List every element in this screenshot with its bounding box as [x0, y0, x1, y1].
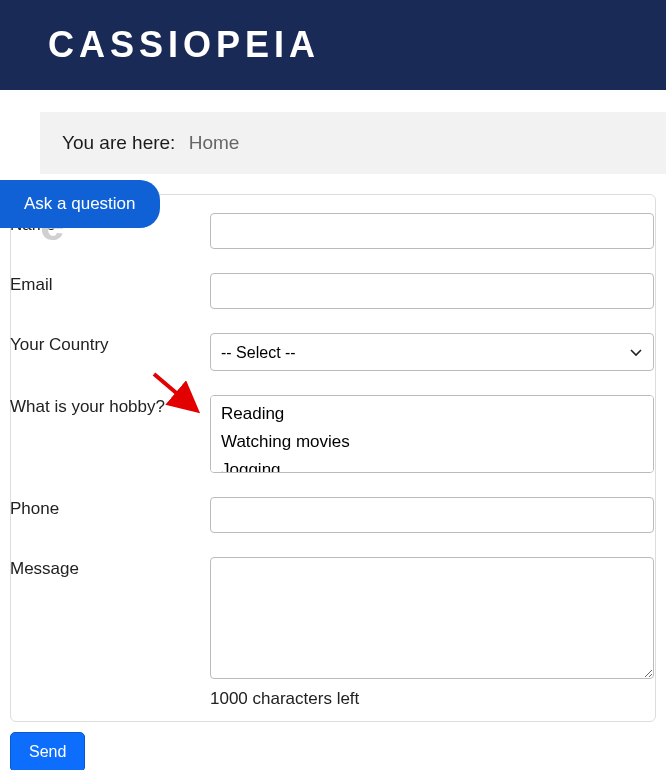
name-input[interactable]	[210, 213, 654, 249]
phone-label: Phone	[10, 497, 210, 519]
email-label: Email	[10, 273, 210, 295]
ask-question-button[interactable]: Ask a question	[0, 180, 160, 228]
email-input[interactable]	[210, 273, 654, 309]
send-button[interactable]: Send	[10, 732, 85, 770]
hobby-option[interactable]: Reading	[221, 400, 643, 428]
breadcrumb: You are here: Home	[40, 112, 666, 174]
breadcrumb-label: You are here:	[62, 132, 175, 153]
message-char-counter: 1000 characters left	[210, 689, 654, 709]
country-select[interactable]: -- Select --	[210, 333, 654, 371]
message-label: Message	[10, 557, 210, 579]
hobby-label: What is your hobby?	[10, 395, 210, 417]
phone-input[interactable]	[210, 497, 654, 533]
header-bar: CASSIOPEIA	[0, 0, 666, 90]
contact-form: Name Email Your Country -- Select -- Wha…	[10, 194, 656, 722]
hobby-option[interactable]: Jogging	[221, 456, 643, 473]
hobby-option[interactable]: Watching movies	[221, 428, 643, 456]
message-textarea[interactable]	[210, 557, 654, 679]
hobby-multiselect[interactable]: Reading Watching movies Jogging	[210, 395, 654, 473]
breadcrumb-home[interactable]: Home	[189, 132, 240, 153]
site-logo: CASSIOPEIA	[48, 24, 320, 66]
country-label: Your Country	[10, 333, 210, 355]
